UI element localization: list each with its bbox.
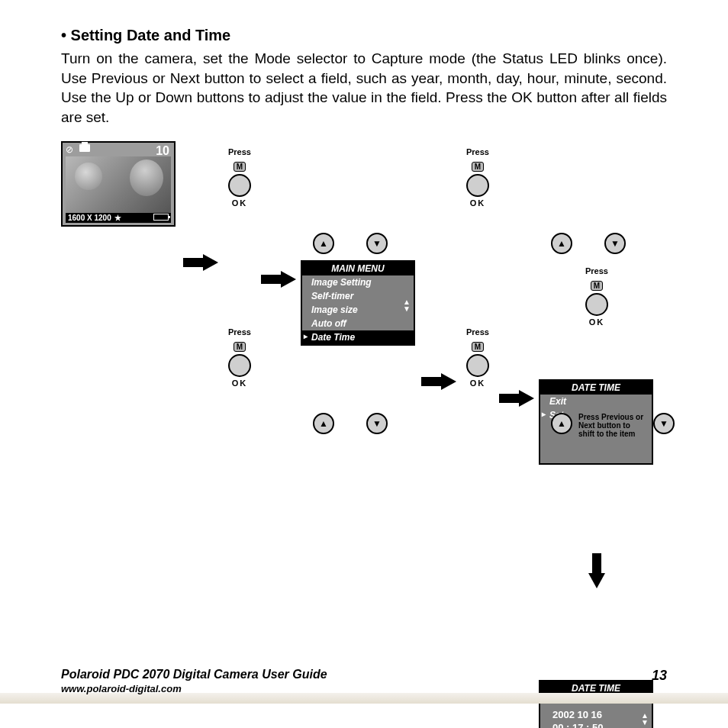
section-body: Turn on the camera, set the Mode selecto… (61, 49, 667, 127)
scroll-arrows-icon: ▲▼ (641, 712, 649, 726)
m-badge: M (472, 162, 484, 172)
m-badge: M (591, 281, 603, 291)
resolution-text: 1600 X 1200 (68, 214, 111, 222)
ok-label: OK (580, 317, 614, 327)
ok-label: OK (223, 198, 256, 208)
up-button-icon: ▲ (313, 233, 334, 254)
down-button-icon: ▼ (366, 233, 388, 254)
menu-item: Exit (540, 395, 652, 408)
menu-item: Self-timer (302, 289, 414, 303)
m-ok-button-3: Press M OK (580, 266, 614, 327)
flow-diagram: ⊘ 10 1600 X 1200 ★ Press M OK MAIN MENU … (53, 141, 679, 485)
camera-icon (79, 144, 90, 152)
photo-placeholder (66, 156, 171, 213)
arrow-down-icon (588, 553, 605, 588)
section-heading: • Setting Date and Time (61, 27, 667, 44)
arrow-right-icon (183, 254, 218, 271)
ok-circle-icon (466, 174, 489, 197)
flash-icon: ⊘ (66, 144, 73, 155)
m-badge: M (234, 342, 246, 352)
time-value: 00 : 17 : 50 (552, 722, 652, 728)
footer-band (0, 693, 728, 704)
m-ok-button-1: Press M OK (223, 147, 256, 208)
down-button-icon: ▼ (653, 413, 675, 434)
ok-label: OK (461, 198, 494, 208)
ok-label: OK (223, 378, 256, 388)
up-button-icon: ▲ (551, 413, 572, 434)
up-button-icon: ▲ (551, 233, 572, 254)
quality-star-icon: ★ (114, 214, 121, 222)
menu-item: Auto off (302, 317, 414, 330)
menu-title: DATE TIME (540, 381, 652, 395)
up-down-buttons-with-hint: ▲ Press Previous or Next button to shift… (551, 413, 675, 438)
menu-item-selected: Date Time (302, 330, 414, 344)
date-value: 2002 10 16 (552, 709, 652, 720)
m-ok-button-4: Press M OK (461, 327, 494, 388)
ok-label: OK (461, 378, 494, 388)
ok-circle-icon (466, 354, 489, 377)
up-button-icon: ▲ (313, 413, 334, 434)
resolution-bar: 1600 X 1200 ★ (66, 213, 171, 223)
scroll-arrows-icon: ▲▼ (403, 298, 411, 312)
m-badge: M (234, 162, 246, 172)
press-label: Press (461, 147, 494, 156)
footer-guide-title: Polaroid PDC 2070 Digital Camera User Gu… (61, 668, 667, 681)
m-ok-button-2: Press M OK (461, 147, 494, 208)
battery-icon (153, 214, 169, 221)
up-down-buttons: ▲ ▼ (313, 413, 388, 434)
press-label: Press (223, 327, 256, 337)
m-badge: M (472, 342, 484, 352)
menu-item: Image size (302, 303, 414, 317)
ok-circle-icon (228, 174, 251, 197)
press-label: Press (461, 327, 494, 337)
up-down-buttons: ▲ ▼ (313, 233, 388, 254)
menu-title: MAIN MENU (302, 262, 414, 275)
arrow-right-icon (261, 271, 296, 288)
down-button-icon: ▼ (604, 233, 626, 254)
m-ok-button-5: Press M OK (223, 327, 256, 388)
press-label: Press (580, 266, 614, 275)
arrow-right-icon (421, 373, 456, 390)
nav-hint: Press Previous or Next button to shift t… (578, 413, 647, 438)
ok-circle-icon (228, 354, 251, 377)
arrow-right-icon (499, 390, 534, 407)
menu-item: Image Setting (302, 275, 414, 289)
ok-circle-icon (585, 293, 608, 316)
down-button-icon: ▼ (366, 413, 388, 434)
main-menu-screen: MAIN MENU Image Setting Self-timer Image… (301, 260, 415, 346)
press-label: Press (223, 147, 256, 156)
up-down-buttons: ▲ ▼ (551, 233, 626, 254)
page-number: 13 (652, 668, 667, 684)
page-footer: Polaroid PDC 2070 Digital Camera User Gu… (61, 668, 667, 694)
lcd-preview-1: ⊘ 10 1600 X 1200 ★ (61, 141, 176, 227)
footer-url: www.polaroid-digital.com (61, 683, 667, 694)
